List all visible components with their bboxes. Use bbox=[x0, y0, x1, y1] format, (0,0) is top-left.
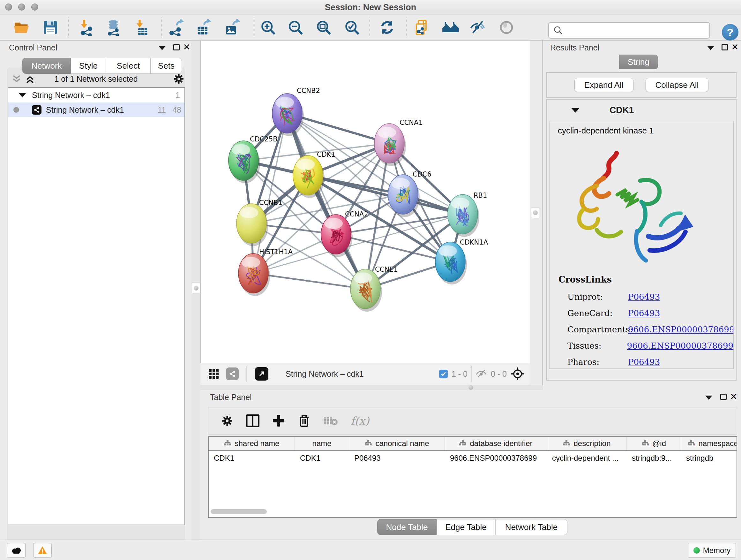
selected-count: 1 - 0 bbox=[452, 369, 468, 379]
tab-string[interactable]: String bbox=[619, 55, 658, 69]
memory-button[interactable]: Memory bbox=[688, 543, 736, 558]
network-view-mode-icon[interactable] bbox=[226, 368, 239, 380]
add-column-icon[interactable] bbox=[272, 415, 285, 427]
search-input[interactable] bbox=[548, 22, 710, 39]
network-node-cdk1[interactable]: CDK1 bbox=[293, 151, 335, 198]
network-node-ccna2[interactable]: CCNA2 bbox=[321, 210, 368, 257]
crosslink-value-link[interactable]: 9606.ENSP00000378699 bbox=[628, 325, 734, 334]
delete-column-icon[interactable] bbox=[298, 414, 311, 428]
grid-mode-icon[interactable] bbox=[209, 369, 219, 379]
tab-sets[interactable]: Sets bbox=[151, 58, 182, 74]
results-panel-close-button[interactable]: ✕ bbox=[731, 43, 739, 51]
table-toolbar: f(x) bbox=[208, 407, 737, 435]
zoom-out-icon[interactable] bbox=[286, 18, 305, 37]
tab-network-table[interactable]: Network Table bbox=[495, 519, 567, 535]
crosshair-icon[interactable] bbox=[511, 367, 525, 381]
save-session-icon[interactable] bbox=[42, 18, 59, 37]
table-panel-menu-button[interactable] bbox=[704, 393, 713, 401]
gene-disclosure-icon[interactable] bbox=[571, 108, 580, 113]
results-panel-float-button[interactable] bbox=[721, 43, 729, 51]
table-cell[interactable]: CDK1 bbox=[295, 454, 349, 462]
selected-checkbox-icon[interactable] bbox=[439, 370, 448, 378]
network-node-rb1[interactable]: RB1 bbox=[448, 192, 487, 237]
tab-node-table[interactable]: Node Table bbox=[377, 519, 436, 535]
table-cell[interactable]: cyclin-dependent ... bbox=[547, 454, 627, 462]
tab-select[interactable]: Select bbox=[106, 58, 151, 74]
crosslink-label: Uniprot: bbox=[567, 292, 628, 302]
table-cell[interactable]: P06493 bbox=[349, 454, 445, 462]
crosslink-value-link[interactable]: 9606.ENSP00000378699 bbox=[627, 341, 733, 351]
table-gear-icon[interactable] bbox=[221, 415, 233, 427]
network-edge[interactable] bbox=[287, 113, 365, 289]
network-node-ccnb1[interactable]: CCNB1 bbox=[237, 199, 282, 246]
table-cell[interactable]: stringdb:9... bbox=[627, 454, 681, 462]
crosslink-value-link[interactable]: P06493 bbox=[628, 308, 660, 318]
zoom-fit-icon[interactable] bbox=[315, 18, 333, 37]
warning-status-button[interactable] bbox=[33, 543, 52, 558]
delete-table-icon[interactable] bbox=[323, 415, 338, 426]
crosslink-value-link[interactable]: P06493 bbox=[628, 357, 660, 367]
clone-network-icon[interactable] bbox=[413, 18, 431, 37]
import-table-file-icon[interactable] bbox=[133, 18, 151, 37]
control-panel-close-button[interactable]: ✕ bbox=[183, 43, 191, 51]
cloud-status-button[interactable] bbox=[7, 543, 25, 558]
tab-style[interactable]: Style bbox=[71, 58, 106, 74]
eye-sphere-icon[interactable] bbox=[497, 18, 515, 37]
crosslink-value-link[interactable]: P06493 bbox=[628, 292, 660, 302]
network-node-cdc25b[interactable]: CDC25B bbox=[228, 135, 278, 183]
collection-disclosure-icon[interactable] bbox=[18, 93, 26, 98]
tab-network[interactable]: Network bbox=[22, 58, 71, 74]
network-row-selected[interactable]: String Network – cdk1 11 48 bbox=[8, 103, 185, 117]
table-row[interactable]: CDK1CDK1P064939606.ENSP00000378699cyclin… bbox=[209, 451, 737, 465]
results-panel-menu-button[interactable] bbox=[706, 44, 715, 52]
column-header[interactable]: name bbox=[295, 437, 349, 450]
function-builder-icon[interactable]: f(x) bbox=[351, 415, 369, 427]
collapse-all-button[interactable]: Collapse All bbox=[646, 78, 709, 92]
network-edge[interactable] bbox=[253, 273, 365, 289]
refresh-icon[interactable] bbox=[378, 18, 396, 37]
export-table-icon[interactable] bbox=[194, 18, 212, 37]
zoom-in-icon[interactable] bbox=[259, 18, 277, 37]
export-image-icon[interactable] bbox=[223, 18, 241, 37]
network-node-ccna1[interactable]: CCNA1 bbox=[374, 119, 423, 166]
control-panel-float-button[interactable] bbox=[172, 43, 181, 51]
table-cell[interactable]: CDK1 bbox=[209, 454, 295, 462]
network-node-ccne1[interactable]: CCNE1 bbox=[350, 266, 398, 312]
open-session-icon[interactable] bbox=[12, 18, 30, 37]
help-icon[interactable]: ? bbox=[722, 24, 738, 41]
network-view[interactable]: CCNB2CCNA1CDC25BCDK1CDC6RB1CCNB1CCNA2CDK… bbox=[200, 41, 530, 363]
hidden-eye-icon[interactable] bbox=[475, 369, 487, 379]
table-cell[interactable]: 9606.ENSP00000378699 bbox=[445, 454, 547, 462]
import-network-database-icon[interactable] bbox=[105, 18, 122, 37]
network-node-cdkn1a[interactable]: CDKN1A bbox=[435, 239, 488, 285]
network-collection-row[interactable]: String Network – cdk1 1 bbox=[8, 88, 185, 103]
birdseye-toggle-icon[interactable] bbox=[255, 367, 268, 381]
import-network-file-icon[interactable] bbox=[77, 18, 95, 37]
network-node-hist1h1a[interactable]: HIST1H1A bbox=[239, 248, 293, 296]
select-columns-icon[interactable] bbox=[246, 415, 259, 427]
column-header[interactable]: database identifier bbox=[445, 437, 547, 450]
control-panel-menu-button[interactable] bbox=[158, 44, 166, 52]
network-canvas[interactable]: CCNB2CCNA1CDC25BCDK1CDC6RB1CCNB1CCNA2CDK… bbox=[201, 41, 530, 363]
column-header[interactable]: description bbox=[547, 437, 627, 450]
table-panel-close-button[interactable]: ✕ bbox=[730, 393, 738, 401]
gene-section-header[interactable]: CDK1 bbox=[547, 100, 736, 121]
expand-all-button[interactable]: Expand All bbox=[575, 78, 633, 92]
table-hscrollbar[interactable] bbox=[211, 509, 267, 514]
tab-edge-table[interactable]: Edge Table bbox=[436, 519, 495, 535]
column-header[interactable]: namespace bbox=[681, 437, 737, 450]
export-network-icon[interactable] bbox=[167, 18, 185, 37]
table-cell[interactable]: stringdb bbox=[681, 454, 737, 462]
zoom-selected-icon[interactable] bbox=[343, 18, 361, 37]
column-header[interactable]: shared name bbox=[209, 437, 295, 450]
table-panel-float-button[interactable] bbox=[719, 393, 728, 401]
right-splitter[interactable] bbox=[530, 41, 543, 390]
left-splitter[interactable] bbox=[192, 41, 200, 540]
network-node-cdc6[interactable]: CDC6 bbox=[388, 171, 431, 217]
gear-icon[interactable] bbox=[173, 73, 185, 84]
hide-eye-icon[interactable] bbox=[469, 18, 487, 37]
column-header[interactable]: @id bbox=[627, 437, 681, 450]
column-header[interactable]: canonical name bbox=[349, 437, 445, 450]
home-panel-icon[interactable] bbox=[442, 18, 460, 37]
network-node-ccnb2[interactable]: CCNB2 bbox=[272, 87, 320, 136]
